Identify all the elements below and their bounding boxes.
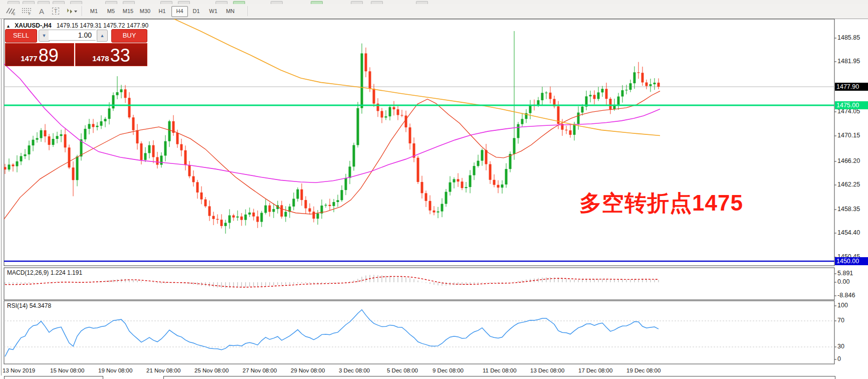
bottom-tabs-partial (0, 375, 868, 379)
price-tick-label: 1466.20 (837, 157, 860, 164)
rsi-label: RSI(14) 54.3478 (7, 302, 51, 309)
price-tick-label: 1485.85 (837, 34, 860, 41)
rsi-axis-label: 70 (837, 317, 844, 324)
buy-price-box[interactable]: 1478 33 (75, 43, 147, 66)
time-axis-label: 5 Dec 08:00 (387, 367, 418, 373)
price-badge: 1477.90 (835, 83, 868, 91)
buy-price-big: 33 (110, 47, 130, 65)
volume-increase-button[interactable]: ▲ (97, 30, 108, 42)
time-axis-label: 11 Dec 08:00 (483, 367, 517, 373)
sell-price-small: 1477 (21, 54, 37, 63)
macd-axis-label: 0.00 (837, 278, 849, 285)
buy-price-small: 1478 (92, 54, 109, 63)
price-tick-label: 1470.15 (837, 132, 860, 139)
symbol-name: XAUUSD-,H4 (15, 22, 51, 29)
ohlc-high: 1479.31 (80, 22, 101, 29)
time-axis-label: 25 Nov 08:00 (194, 367, 229, 373)
price-badge: 1475.00 (835, 101, 868, 109)
buy-button[interactable]: BUY (111, 29, 147, 43)
sell-price-big: 89 (39, 47, 59, 65)
price-tick-label: 1481.95 (837, 58, 860, 65)
sell-price-box[interactable]: 1477 89 (5, 43, 74, 66)
price-tick-label: 1462.25 (837, 181, 860, 188)
time-axis-label: 15 Nov 08:00 (50, 367, 84, 373)
time-axis-label: 19 Nov 08:00 (98, 367, 132, 373)
collapse-triangle-icon[interactable]: ▲ (6, 24, 11, 29)
rsi-axis-label: 100 (837, 302, 848, 309)
time-axis-label: 27 Nov 08:00 (243, 367, 277, 373)
time-axis-label: 21 Nov 08:00 (146, 367, 180, 373)
mt4-window: E F A T M1M5M15M30H1H4D1W1MN (0, 0, 868, 379)
time-axis-label: 19 Dec 08:00 (626, 367, 661, 373)
rsi-axis-label: 0 (837, 355, 841, 362)
macd-axis-label: -8.846 (837, 292, 855, 299)
time-axis-label: 13 Dec 08:00 (530, 367, 564, 373)
volume-decrease-button[interactable]: ▼ (39, 30, 50, 42)
price-badge: 1450.00 (835, 257, 868, 265)
time-axis-label: 17 Dec 08:00 (578, 367, 612, 373)
time-axis-label: 29 Nov 08:00 (291, 367, 325, 373)
sell-button[interactable]: SELL (5, 29, 37, 43)
chart-annotation: 多空转折点1475 (579, 188, 743, 218)
macd-label: MACD(12,26,9) 1.224 1.191 (7, 269, 82, 276)
time-axis-label: 9 Dec 08:00 (432, 367, 464, 373)
rsi-axis-label: 30 (837, 343, 844, 350)
one-click-trading-panel: SELL ▼ ▲ BUY 1477 89 1478 33 (4, 29, 147, 65)
ohlc-open: 1479.15 (57, 22, 78, 29)
time-axis-label: 13 Nov 2019 (3, 367, 35, 373)
price-tick-label: 1454.40 (837, 229, 860, 236)
volume-input[interactable] (49, 30, 96, 41)
bottom-tab-partial[interactable] (4, 376, 103, 379)
macd-axis-label: 5.891 (837, 270, 853, 277)
window-left-border (1, 19, 2, 376)
price-tick-label: 1458.35 (837, 206, 860, 213)
time-axis-label: 3 Dec 08:00 (339, 367, 370, 373)
symbol-info: ▲ XAUUSD-,H4 1479.15 1479.31 1475.72 147… (6, 22, 148, 29)
ohlc-low: 1475.72 (103, 22, 125, 29)
ohlc-close: 1477.90 (127, 22, 148, 29)
bottom-tab-partial[interactable] (163, 376, 835, 379)
